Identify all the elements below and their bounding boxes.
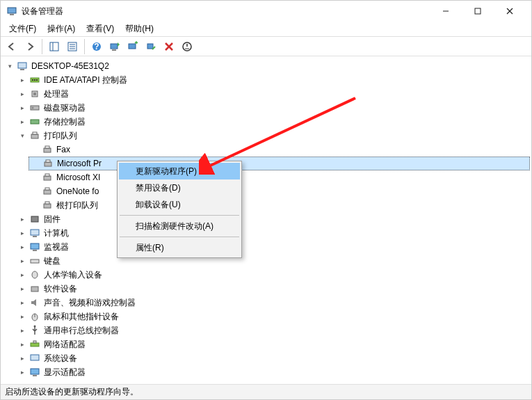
menu-action[interactable]: 操作(A) <box>42 22 81 36</box>
chevron-right-icon[interactable]: ▸ <box>17 214 27 224</box>
tree-item-root-printqueue[interactable]: ▸根打印队列 <box>29 198 530 212</box>
statusbar: 启动所选设备的更新驱动程序向导。 <box>1 384 531 399</box>
ide-icon <box>29 74 40 86</box>
tree-item-label: 系统设备 <box>42 353 79 365</box>
chevron-right-icon[interactable]: ▸ <box>17 284 27 294</box>
chevron-down-icon[interactable]: ▾ <box>17 131 27 141</box>
tree-item-label: 打印队列 <box>42 130 79 142</box>
svg-rect-16 <box>129 44 136 49</box>
tree-item-fax[interactable]: ▸Fax <box>29 143 530 157</box>
tree-item-ide[interactable]: ▸IDE ATA/ATAPI 控制器 <box>16 73 530 87</box>
tree-item-disk[interactable]: ▸磁盘驱动器 <box>16 101 530 115</box>
menu-view[interactable]: 查看(V) <box>81 22 120 36</box>
tree-item-label: 鼠标和其他指针设备 <box>42 311 120 323</box>
nav-forward-button[interactable] <box>22 38 38 55</box>
tree-item-printqueue[interactable]: ▾打印队列 <box>16 129 530 143</box>
chevron-right-icon[interactable]: ▸ <box>17 89 27 99</box>
help-button[interactable]: ? <box>88 38 105 55</box>
chevron-right-icon[interactable]: ▸ <box>17 228 27 238</box>
svg-rect-33 <box>33 132 37 134</box>
tree-item-label: 软件设备 <box>42 283 79 295</box>
svg-rect-21 <box>18 63 26 68</box>
tree-item-onenote[interactable]: ▸OneNote fo <box>29 184 530 198</box>
svg-rect-22 <box>20 69 24 70</box>
tree-item-storage[interactable]: ▸存储控制器 <box>16 115 530 129</box>
tree-item-software[interactable]: ▸软件设备 <box>16 282 530 296</box>
device-manager-window: 设备管理器 文件(F) 操作(A) 查看(V) 帮助(H) ? <box>0 0 532 400</box>
tree-item-label: 存储控制器 <box>42 116 87 128</box>
printer-icon <box>42 186 53 197</box>
nav-back-button[interactable] <box>3 38 20 55</box>
chevron-right-icon[interactable]: ▸ <box>17 270 27 280</box>
tree-item-network[interactable]: ▸网络适配器 <box>16 337 530 351</box>
tree-item-label: 声音、视频和游戏控制器 <box>42 297 137 309</box>
svg-rect-34 <box>44 148 51 152</box>
computer-icon <box>17 61 28 72</box>
tree-item-audio[interactable]: ▸声音、视频和游戏控制器 <box>16 296 530 310</box>
chevron-right-icon[interactable]: ▸ <box>17 326 27 335</box>
tree-item-mouse[interactable]: ▸鼠标和其他指针设备 <box>16 310 530 323</box>
tree-item-label: 根打印队列 <box>55 200 99 211</box>
svg-rect-57 <box>31 355 39 360</box>
tree-item-cpu[interactable]: ▸处理器 <box>16 87 530 101</box>
close-button[interactable] <box>494 1 526 22</box>
chevron-down-icon[interactable]: ▾ <box>5 61 15 71</box>
context-menu-disable[interactable]: 禁用设备(D) <box>119 179 240 196</box>
menu-file[interactable]: 文件(F) <box>3 22 42 36</box>
tree-item-label: 计算机 <box>42 227 70 239</box>
tree-item-display[interactable]: ▸显示适配器 <box>16 365 530 379</box>
printer-icon <box>29 130 40 141</box>
chevron-right-icon[interactable]: ▸ <box>17 117 27 127</box>
scan-hardware-button[interactable] <box>106 38 123 55</box>
disable-button[interactable] <box>179 38 195 55</box>
update-driver-button[interactable] <box>124 38 141 55</box>
tree-item-ms-print-to-pdf[interactable]: ▸Microsoft Pr <box>29 157 530 170</box>
context-menu-separator <box>120 215 239 216</box>
maximize-button[interactable] <box>462 1 494 22</box>
monitor-icon <box>29 241 40 253</box>
tree-item-monitor[interactable]: ▸监视器 <box>16 240 530 254</box>
tree-item-system[interactable]: ▸系统设备 <box>16 351 530 365</box>
show-hide-tree-button[interactable] <box>46 38 63 55</box>
tree-item-computer[interactable]: ▸计算机 <box>16 226 530 240</box>
chevron-right-icon[interactable]: ▸ <box>17 339 27 349</box>
properties-button[interactable] <box>64 38 81 55</box>
menubar: 文件(F) 操作(A) 查看(V) 帮助(H) <box>1 22 531 37</box>
tree-root-computer[interactable]: ▾ DESKTOP-45E31Q2 <box>3 59 530 73</box>
mouse-icon <box>29 311 40 322</box>
tree-item-label: 网络适配器 <box>42 339 87 351</box>
context-menu-update-driver[interactable]: 更新驱动程序(P) <box>119 163 240 179</box>
svg-point-50 <box>32 271 38 278</box>
tree-item-usb[interactable]: ▸通用串行总线控制器 <box>16 323 530 337</box>
svg-rect-41 <box>45 188 49 190</box>
svg-rect-32 <box>31 134 38 138</box>
chevron-right-icon[interactable]: ▸ <box>17 367 27 377</box>
context-menu-uninstall[interactable]: 卸载设备(U) <box>119 196 240 213</box>
tree-item-keyboard[interactable]: ▸键盘 <box>16 254 530 268</box>
software-icon <box>29 283 40 294</box>
svg-rect-15 <box>112 49 116 51</box>
chevron-right-icon[interactable]: ▸ <box>17 353 27 363</box>
menu-help[interactable]: 帮助(H) <box>120 22 159 36</box>
usb-icon <box>29 325 40 336</box>
chevron-right-icon[interactable]: ▸ <box>17 242 27 252</box>
svg-rect-58 <box>31 369 39 374</box>
context-menu-scan-hardware[interactable]: 扫描检测硬件改动(A) <box>119 218 240 234</box>
context-menu-properties[interactable]: 属性(R) <box>119 239 240 256</box>
chevron-right-icon[interactable]: ▸ <box>17 298 27 307</box>
tree-item-hid[interactable]: ▸人体学输入设备 <box>16 268 530 282</box>
tree-item-firmware[interactable]: ▸固件 <box>16 212 530 226</box>
printer-icon <box>42 144 53 155</box>
chevron-right-icon[interactable]: ▸ <box>17 75 27 85</box>
svg-rect-45 <box>31 230 39 235</box>
chevron-right-icon[interactable]: ▸ <box>17 103 27 113</box>
chevron-right-icon[interactable]: ▸ <box>17 312 27 321</box>
enable-device-button[interactable] <box>143 38 159 55</box>
printer-icon <box>42 158 54 169</box>
svg-point-30 <box>32 107 34 109</box>
uninstall-button[interactable] <box>161 38 177 55</box>
tree-item-ms-xps[interactable]: ▸Microsoft XI <box>29 170 530 184</box>
chevron-right-icon[interactable]: ▸ <box>17 256 27 266</box>
tree-item-label: 通用串行总线控制器 <box>42 325 120 337</box>
minimize-button[interactable] <box>430 1 462 22</box>
